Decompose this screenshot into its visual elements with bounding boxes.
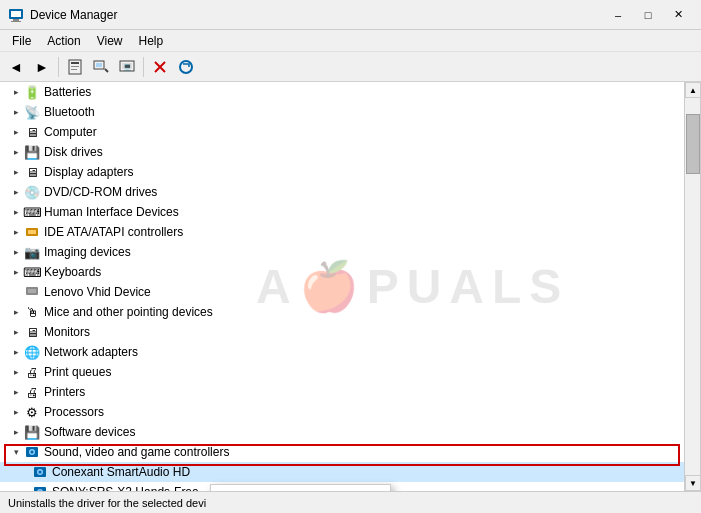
svg-rect-5 xyxy=(71,62,79,64)
svg-point-26 xyxy=(39,471,42,474)
expand-arrow[interactable]: ▸ xyxy=(8,344,24,360)
expand-arrow[interactable]: ▸ xyxy=(8,404,24,420)
item-icon: 🖱 xyxy=(24,304,40,320)
vertical-scrollbar[interactable]: ▲ ▼ xyxy=(684,82,700,491)
expand-arrow[interactable]: ▸ xyxy=(8,304,24,320)
item-label: Imaging devices xyxy=(44,245,131,259)
item-icon: ⌨ xyxy=(24,204,40,220)
item-label: IDE ATA/ATAPI controllers xyxy=(44,225,183,239)
tree-item-imaging[interactable]: ▸📷Imaging devices xyxy=(0,242,700,262)
svg-rect-18 xyxy=(28,230,36,234)
item-icon: 🖨 xyxy=(24,384,40,400)
item-label: Mice and other pointing devices xyxy=(44,305,213,319)
maximize-button[interactable]: □ xyxy=(633,5,663,25)
expand-arrow[interactable]: ▸ xyxy=(8,364,24,380)
svg-rect-1 xyxy=(11,11,21,17)
expand-arrow[interactable]: ▸ xyxy=(8,84,24,100)
expand-arrow[interactable]: ▸ xyxy=(8,224,24,240)
forward-button[interactable]: ► xyxy=(30,55,54,79)
tree-item-printq[interactable]: ▸🖨Print queues xyxy=(0,362,700,382)
properties-button[interactable] xyxy=(63,55,87,79)
menu-view[interactable]: View xyxy=(89,32,131,50)
tree-item-monitors[interactable]: ▸🖥Monitors xyxy=(0,322,700,342)
item-label: Processors xyxy=(44,405,104,419)
uninstall-button[interactable] xyxy=(148,55,172,79)
item-label: Print queues xyxy=(44,365,111,379)
expand-arrow[interactable]: ▸ xyxy=(8,424,24,440)
item-label: Lenovo Vhid Device xyxy=(44,285,151,299)
svg-line-10 xyxy=(105,69,108,72)
item-icon: 💾 xyxy=(24,144,40,160)
expand-arrow[interactable]: ▸ xyxy=(8,144,24,160)
svg-rect-2 xyxy=(13,19,19,21)
app-icon xyxy=(8,7,24,23)
tree-scroll[interactable]: ▸🔋Batteries▸📡Bluetooth▸🖥Computer▸💾Disk d… xyxy=(0,82,700,491)
expand-arrow[interactable]: ▸ xyxy=(8,244,24,260)
menu-file[interactable]: File xyxy=(4,32,39,50)
tree-item-mice[interactable]: ▸🖱Mice and other pointing devices xyxy=(0,302,700,322)
tree-item-lenovo[interactable]: Lenovo Vhid Device xyxy=(0,282,700,302)
window-title: Device Manager xyxy=(30,8,603,22)
expand-arrow[interactable]: ▸ xyxy=(8,384,24,400)
tree-item-diskdrives[interactable]: ▸💾Disk drives xyxy=(0,142,700,162)
toolbar-sep-1 xyxy=(58,57,59,77)
item-icon: 🌐 xyxy=(24,344,40,360)
item-label: Software devices xyxy=(44,425,135,439)
tree-item-dvdrom[interactable]: ▸💿DVD/CD-ROM drives xyxy=(0,182,700,202)
tree-item-keyboards[interactable]: ▸⌨Keyboards xyxy=(0,262,700,282)
tree-item-displayadapters[interactable]: ▸🖥Display adapters xyxy=(0,162,700,182)
item-icon: ⚙ xyxy=(24,404,40,420)
menu-bar: File Action View Help xyxy=(0,30,701,52)
item-label: DVD/CD-ROM drives xyxy=(44,185,157,199)
tree-item-processors[interactable]: ▸⚙Processors xyxy=(0,402,700,422)
ctx-item-update[interactable]: Update Driver Software... xyxy=(211,485,390,491)
expand-arrow[interactable]: ▸ xyxy=(8,184,24,200)
main-content: A🍎PUALS ▸🔋Batteries▸📡Bluetooth▸🖥Computer… xyxy=(0,82,701,491)
tree-item-hid[interactable]: ▸⌨Human Interface Devices xyxy=(0,202,700,222)
tree-item-sound[interactable]: ▾Sound, video and game controllers xyxy=(0,442,700,462)
svg-rect-20 xyxy=(28,289,36,293)
tree-item-software[interactable]: ▸💾Software devices xyxy=(0,422,700,442)
tree-item-computer[interactable]: ▸🖥Computer xyxy=(0,122,700,142)
expand-arrow[interactable] xyxy=(24,464,32,480)
expand-arrow[interactable]: ▸ xyxy=(8,104,24,120)
svg-text:💻: 💻 xyxy=(123,62,132,71)
refresh-button[interactable] xyxy=(174,55,198,79)
scroll-up-arrow[interactable]: ▲ xyxy=(685,82,701,98)
tree-item-conexant[interactable]: Conexant SmartAudio HD xyxy=(0,462,700,482)
expand-arrow[interactable] xyxy=(8,284,24,300)
tree-item-bluetooth[interactable]: ▸📡Bluetooth xyxy=(0,102,700,122)
menu-help[interactable]: Help xyxy=(131,32,172,50)
item-label: Bluetooth xyxy=(44,105,95,119)
scan-button[interactable] xyxy=(89,55,113,79)
back-button[interactable]: ◄ xyxy=(4,55,28,79)
item-icon xyxy=(24,444,40,460)
tree-item-network[interactable]: ▸🌐Network adapters xyxy=(0,342,700,362)
item-label: Sound, video and game controllers xyxy=(44,445,229,459)
expand-arrow[interactable]: ▸ xyxy=(8,164,24,180)
tree-item-printers[interactable]: ▸🖨Printers xyxy=(0,382,700,402)
device-tree: A🍎PUALS ▸🔋Batteries▸📡Bluetooth▸🖥Computer… xyxy=(0,82,701,491)
svg-rect-6 xyxy=(71,66,79,67)
menu-action[interactable]: Action xyxy=(39,32,88,50)
minimize-button[interactable]: – xyxy=(603,5,633,25)
scroll-down-arrow[interactable]: ▼ xyxy=(685,475,701,491)
expand-arrow[interactable]: ▸ xyxy=(8,124,24,140)
svg-point-23 xyxy=(31,451,34,454)
tree-item-ide[interactable]: ▸IDE ATA/ATAPI controllers xyxy=(0,222,700,242)
item-label: Printers xyxy=(44,385,85,399)
item-label: Human Interface Devices xyxy=(44,205,179,219)
scroll-thumb[interactable] xyxy=(686,114,700,174)
svg-rect-9 xyxy=(96,63,102,67)
close-button[interactable]: ✕ xyxy=(663,5,693,25)
item-icon xyxy=(24,284,40,300)
expand-arrow[interactable]: ▾ xyxy=(8,444,24,460)
update-driver-button[interactable]: 💻 xyxy=(115,55,139,79)
item-label: Conexant SmartAudio HD xyxy=(52,465,190,479)
tree-item-batteries[interactable]: ▸🔋Batteries xyxy=(0,82,700,102)
expand-arrow[interactable] xyxy=(24,484,32,491)
expand-arrow[interactable]: ▸ xyxy=(8,324,24,340)
item-icon: 💾 xyxy=(24,424,40,440)
item-label: Keyboards xyxy=(44,265,101,279)
item-icon xyxy=(32,484,48,491)
